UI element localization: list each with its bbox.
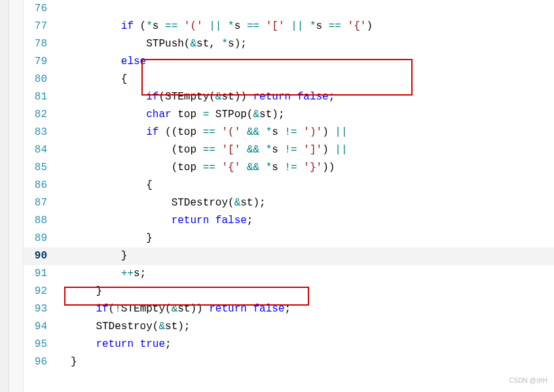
line-number: 87 (24, 194, 50, 212)
code-content[interactable]: } (50, 353, 554, 371)
code-token: )) (322, 162, 335, 173)
code-content[interactable]: char top = STPop(&st); (50, 106, 554, 124)
code-line[interactable]: 96} (24, 353, 554, 371)
code-token: ')' (303, 126, 322, 138)
code-token (71, 126, 146, 138)
code-content[interactable]: } (50, 283, 554, 300)
code-token: ! (115, 303, 121, 315)
code-line[interactable]: 90 } (24, 247, 554, 265)
code-content[interactable]: if ((top == '(' && *s != ')') || (50, 124, 554, 141)
code-token: * (310, 20, 316, 32)
code-token: (top (71, 144, 203, 156)
code-line[interactable]: 93 if(!STEmpty(&st)) return false; (24, 300, 554, 318)
code-line[interactable]: 82 char top = STPop(&st); (24, 106, 554, 124)
code-content[interactable]: return true; (50, 336, 554, 353)
code-token: & (172, 303, 178, 315)
code-line[interactable]: 92 } (24, 283, 554, 300)
code-token: & (215, 91, 222, 103)
line-number: 93 (24, 300, 50, 318)
code-content[interactable]: if(STEmpty(&st)) return false; (50, 88, 554, 106)
code-token (71, 338, 96, 350)
code-token: || (291, 20, 303, 32)
code-content[interactable]: (top == '[' && *s != ']') || (50, 141, 554, 159)
breakpoint-gutter[interactable] (0, 0, 9, 392)
code-token: * (221, 38, 228, 50)
code-token: return (253, 91, 291, 103)
code-token: == (165, 20, 177, 32)
code-token: { (71, 73, 127, 85)
code-line[interactable]: 95 return true; (24, 336, 554, 353)
fold-gutter[interactable] (9, 0, 24, 392)
code-token (71, 215, 172, 226)
code-line[interactable]: 85 (top == '{' && *s != '}')) (24, 159, 554, 177)
code-line[interactable]: 77 if (*s == '(' || *s == '[' || *s == '… (24, 18, 554, 35)
code-token (285, 20, 291, 32)
code-line[interactable]: 89 } (24, 230, 554, 247)
line-number: 90 (24, 247, 50, 265)
code-line[interactable]: 84 (top == '[' && *s != ']') || (24, 141, 554, 159)
code-content[interactable]: { (50, 177, 554, 194)
code-content[interactable]: { (50, 71, 554, 88)
code-line[interactable]: 86 { (24, 177, 554, 194)
code-token: ; (165, 338, 172, 350)
code-token: ) (322, 144, 335, 156)
code-content[interactable]: } (50, 247, 554, 265)
code-token (215, 144, 222, 156)
code-token: s (272, 162, 284, 173)
code-content[interactable]: ++s; (50, 265, 554, 283)
line-number: 84 (24, 141, 50, 159)
code-line[interactable]: 79 else (24, 53, 554, 71)
code-line[interactable]: 83 if ((top == '(' && *s != ')') || (24, 124, 554, 141)
code-token: * (228, 20, 234, 32)
code-line[interactable]: 76 (24, 0, 554, 18)
line-number: 77 (24, 18, 50, 35)
code-token: STPush( (71, 38, 190, 50)
code-token: false (215, 215, 247, 226)
code-content[interactable]: STDestroy(&st); (50, 318, 554, 336)
code-token: ; (247, 215, 253, 226)
code-content[interactable] (50, 0, 554, 18)
code-token (297, 162, 304, 173)
code-token: s (272, 144, 284, 156)
code-token: || (335, 144, 347, 156)
code-line[interactable]: 78 STPush(&st, *s); (24, 35, 554, 53)
code-token: st); (240, 197, 265, 209)
line-number: 79 (24, 53, 50, 71)
code-content[interactable]: STPush(&st, *s); (50, 35, 554, 53)
code-content[interactable]: STDestroy(&st); (50, 194, 554, 212)
code-token (259, 126, 266, 138)
code-line[interactable]: 81 if(STEmpty(&st)) return false; (24, 88, 554, 106)
code-token: false (297, 91, 329, 103)
code-content[interactable]: return false; (50, 212, 554, 230)
code-content[interactable]: } (50, 230, 554, 247)
code-token (297, 126, 304, 138)
code-token: '[' (221, 144, 240, 156)
code-line[interactable]: 91 ++s; (24, 265, 554, 283)
code-content[interactable]: if(!STEmpty(&st)) return false; (50, 300, 554, 318)
code-lines[interactable]: 76 77 if (*s == '(' || *s == '[' || *s =… (24, 0, 554, 371)
code-content[interactable]: if (*s == '(' || *s == '[' || *s == '{') (50, 18, 554, 35)
line-number: 76 (24, 0, 50, 18)
code-token: char (146, 109, 171, 120)
code-token: } (71, 232, 153, 244)
line-number: 82 (24, 106, 50, 124)
code-token (221, 20, 228, 32)
code-token: s; (134, 268, 146, 279)
code-editor[interactable]: 76 77 if (*s == '(' || *s == '[' || *s =… (0, 0, 554, 392)
code-token: == (247, 20, 259, 32)
code-line[interactable]: 80 { (24, 71, 554, 88)
code-token: else (121, 56, 146, 67)
code-token: } (71, 285, 102, 297)
code-token: ((top (158, 126, 202, 138)
code-token: '{' (221, 162, 240, 173)
code-content[interactable]: (top == '{' && *s != '}')) (50, 159, 554, 177)
code-token (71, 109, 146, 120)
code-line[interactable]: 88 return false; (24, 212, 554, 230)
code-token: if (146, 126, 158, 138)
code-line[interactable]: 94 STDestroy(&st); (24, 318, 554, 336)
code-token: == (203, 162, 215, 173)
code-token: st)) (177, 303, 209, 315)
code-content[interactable]: else (50, 53, 554, 71)
code-token (215, 162, 222, 173)
code-line[interactable]: 87 STDestroy(&st); (24, 194, 554, 212)
